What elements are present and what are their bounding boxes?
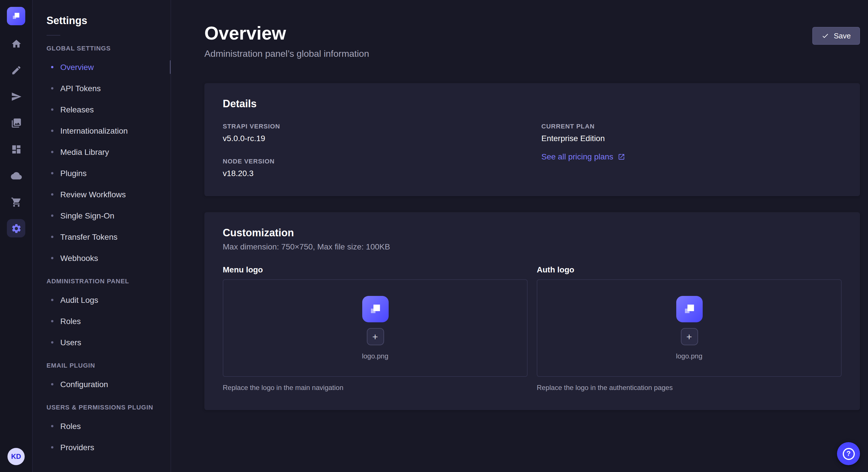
sidebar-item-label: API Tokens bbox=[60, 83, 101, 93]
menu-logo-upload-area[interactable]: + logo.png bbox=[223, 279, 528, 377]
help-button[interactable]: ? bbox=[837, 442, 860, 465]
bullet-icon bbox=[51, 257, 53, 259]
details-grid: STRAPI VERSION v5.0.0-rc.19 NODE VERSION… bbox=[223, 123, 842, 178]
strapi-logo-icon bbox=[676, 296, 702, 322]
section-label: EMAIL PLUGIN bbox=[46, 362, 157, 369]
section-email-plugin: EMAIL PLUGIN Configuration bbox=[46, 362, 157, 395]
icon-rail: KD bbox=[0, 0, 33, 472]
releases-icon[interactable] bbox=[7, 87, 25, 105]
sidebar-item-label: Plugins bbox=[60, 168, 87, 177]
page-header: Overview Administration panel’s global i… bbox=[205, 23, 860, 59]
sidebar-item-plugins[interactable]: Plugins bbox=[46, 162, 157, 183]
media-library-icon[interactable] bbox=[7, 113, 25, 132]
page-header-titles: Overview Administration panel’s global i… bbox=[205, 23, 369, 59]
add-logo-button[interactable]: + bbox=[367, 328, 384, 345]
sidebar-item-single-sign-on[interactable]: Single Sign-On bbox=[46, 205, 157, 226]
cloud-icon[interactable] bbox=[7, 166, 25, 185]
bullet-icon bbox=[51, 129, 53, 132]
sidebar-item-label: Transfer Tokens bbox=[60, 232, 117, 241]
section-administration-panel: ADMINISTRATION PANEL Audit Logs Roles Us… bbox=[46, 278, 157, 353]
node-version-field: NODE VERSION v18.20.3 bbox=[223, 158, 523, 178]
save-button[interactable]: Save bbox=[813, 27, 860, 45]
field-value: v5.0.0-rc.19 bbox=[223, 134, 523, 143]
sidebar-title: Settings bbox=[46, 15, 157, 27]
content-manager-icon[interactable] bbox=[7, 61, 25, 79]
pricing-plans-link-label: See all pricing plans bbox=[541, 152, 613, 161]
external-link-icon bbox=[618, 153, 625, 160]
strapi-mark bbox=[681, 301, 697, 317]
strapi-logo-icon bbox=[362, 296, 389, 322]
page-title: Overview bbox=[205, 23, 369, 44]
add-logo-button[interactable]: + bbox=[681, 328, 698, 345]
sidebar-item-releases[interactable]: Releases bbox=[46, 99, 157, 120]
sidebar-divider bbox=[46, 35, 60, 36]
content-type-builder-icon[interactable] bbox=[7, 140, 25, 158]
section-global-settings: GLOBAL SETTINGS Overview API Tokens Rele… bbox=[46, 45, 157, 268]
main-content: Overview Administration panel’s global i… bbox=[171, 0, 868, 472]
bullet-icon bbox=[51, 66, 53, 68]
sidebar-item-label: Audit Logs bbox=[60, 295, 98, 304]
pricing-plans-link[interactable]: See all pricing plans bbox=[541, 152, 625, 161]
section-label: USERS & PERMISSIONS PLUGIN bbox=[46, 404, 157, 411]
bullet-icon bbox=[51, 320, 53, 322]
bullet-icon bbox=[51, 425, 53, 427]
field-label: NODE VERSION bbox=[223, 158, 523, 165]
bullet-icon bbox=[51, 87, 53, 89]
sidebar-item-email-configuration[interactable]: Configuration bbox=[46, 373, 157, 395]
strapi-mark bbox=[367, 301, 383, 317]
avatar[interactable]: KD bbox=[7, 448, 25, 465]
settings-icon[interactable] bbox=[7, 219, 25, 237]
bullet-icon bbox=[51, 299, 53, 301]
marketplace-icon[interactable] bbox=[7, 193, 25, 211]
bullet-icon bbox=[51, 446, 53, 448]
sidebar-item-label: Media Library bbox=[60, 147, 109, 156]
sidebar-item-label: Roles bbox=[60, 421, 81, 430]
sidebar-item-transfer-tokens[interactable]: Transfer Tokens bbox=[46, 226, 157, 247]
sidebar-item-up-roles[interactable]: Roles bbox=[46, 415, 157, 436]
menu-logo-label: Menu logo bbox=[223, 265, 528, 274]
check-icon bbox=[822, 32, 829, 40]
home-icon[interactable] bbox=[7, 34, 25, 53]
sidebar-item-api-tokens[interactable]: API Tokens bbox=[46, 77, 157, 99]
field-label: CURRENT PLAN bbox=[541, 123, 842, 130]
help-icon: ? bbox=[842, 448, 855, 460]
sidebar-item-admin-users[interactable]: Users bbox=[46, 332, 157, 353]
bullet-icon bbox=[51, 150, 53, 153]
sidebar-item-label: Webhooks bbox=[60, 253, 98, 262]
section-users-permissions-plugin: USERS & PERMISSIONS PLUGIN Roles Provide… bbox=[46, 404, 157, 458]
sidebar-item-label: Roles bbox=[60, 316, 81, 326]
details-card: Details STRAPI VERSION v5.0.0-rc.19 NODE… bbox=[205, 83, 860, 196]
sidebar-item-internationalization[interactable]: Internationalization bbox=[46, 120, 157, 141]
sidebar-item-label: Internationalization bbox=[60, 126, 128, 135]
section-label: GLOBAL SETTINGS bbox=[46, 45, 157, 52]
details-left-column: STRAPI VERSION v5.0.0-rc.19 NODE VERSION… bbox=[223, 123, 523, 178]
details-card-title: Details bbox=[223, 98, 842, 110]
sidebar-item-webhooks[interactable]: Webhooks bbox=[46, 247, 157, 268]
auth-logo-label: Auth logo bbox=[537, 265, 842, 274]
sidebar-item-label: Providers bbox=[60, 442, 94, 452]
auth-logo-column: Auth logo + logo.png Replace the logo in… bbox=[537, 265, 842, 392]
auth-logo-upload-area[interactable]: + logo.png bbox=[537, 279, 842, 377]
sidebar-item-review-workflows[interactable]: Review Workflows bbox=[46, 183, 157, 205]
sidebar-item-label: Configuration bbox=[60, 379, 108, 389]
strapi-logo-icon[interactable] bbox=[7, 7, 25, 25]
sidebar-item-up-providers[interactable]: Providers bbox=[46, 436, 157, 458]
section-label: ADMINISTRATION PANEL bbox=[46, 278, 157, 284]
sidebar-item-admin-roles[interactable]: Roles bbox=[46, 310, 157, 332]
save-button-label: Save bbox=[834, 32, 851, 40]
sidebar-item-media-library[interactable]: Media Library bbox=[46, 141, 157, 162]
sidebar-item-audit-logs[interactable]: Audit Logs bbox=[46, 289, 157, 310]
auth-logo-caption: Replace the logo in the authentication p… bbox=[537, 384, 842, 392]
menu-logo-caption: Replace the logo in the main navigation bbox=[223, 384, 528, 392]
sidebar-item-label: Users bbox=[60, 338, 81, 347]
rail-items bbox=[7, 34, 25, 237]
bullet-icon bbox=[51, 172, 53, 174]
field-value: v18.20.3 bbox=[223, 169, 523, 178]
sidebar-item-overview[interactable]: Overview bbox=[46, 56, 157, 77]
logo-filename: logo.png bbox=[676, 352, 702, 360]
logo-filename: logo.png bbox=[362, 352, 389, 360]
bullet-icon bbox=[51, 341, 53, 343]
bullet-icon bbox=[51, 193, 53, 195]
settings-sidebar: Settings GLOBAL SETTINGS Overview API To… bbox=[33, 0, 171, 472]
bullet-icon bbox=[51, 235, 53, 238]
